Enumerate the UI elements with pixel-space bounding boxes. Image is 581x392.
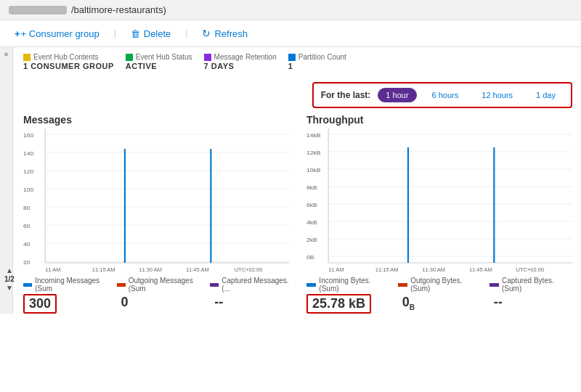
- svg-text:UTC+02:00: UTC+02:00: [235, 266, 263, 273]
- svg-text:120: 120: [23, 168, 34, 175]
- refresh-button[interactable]: ↻ Refresh: [199, 26, 251, 41]
- time-filter-box: For the last: 1 hour 6 hours 12 hours 1 …: [312, 82, 572, 108]
- time-btn-12hours[interactable]: 12 hours: [474, 88, 521, 102]
- messages-chart-title: Messages: [23, 114, 289, 126]
- svg-text:100: 100: [23, 186, 34, 193]
- incoming-bytes-value: 25.78 kB: [312, 296, 365, 311]
- time-filter-label: For the last:: [321, 90, 371, 100]
- stat-label-retention: Message Retention: [214, 53, 277, 61]
- incoming-bytes-value-box: 25.78 kB: [306, 294, 371, 314]
- refresh-label: Refresh: [214, 28, 248, 39]
- svg-text:11:45 AM: 11:45 AM: [469, 266, 492, 273]
- incoming-bytes-color: [306, 283, 316, 287]
- consumer-group-label: + Consumer group: [21, 28, 99, 39]
- stat-value-status: ACTIVE: [126, 62, 192, 70]
- svg-text:4kB: 4kB: [306, 219, 317, 226]
- time-btn-1day[interactable]: 1 day: [528, 88, 564, 102]
- throughput-legend-incoming: Incoming Bytes. (Sum) 25.78 kB: [306, 277, 389, 314]
- outgoing-bytes-color: [398, 283, 407, 287]
- charts-row: Messages 160 140 120 100 80 60 40 20: [23, 114, 572, 314]
- incoming-messages-value: 300: [29, 296, 51, 311]
- toolbar: + + Consumer group | 🗑 Delete | ↻ Refres…: [0, 20, 581, 47]
- captured-bytes-value: --: [494, 295, 503, 309]
- stat-label-status: Event Hub Status: [136, 53, 192, 61]
- stat-value-contents: 1 CONSUMER GROUP: [23, 62, 114, 70]
- messages-chart-svg: 160 140 120 100 80 60 40 20: [23, 128, 289, 274]
- consumer-group-button[interactable]: + + Consumer group: [12, 27, 102, 41]
- svg-text:11:45 AM: 11:45 AM: [186, 266, 209, 273]
- throughput-legend-captured: Captured Bytes. (Sum) --: [489, 277, 572, 311]
- svg-text:20: 20: [23, 258, 31, 266]
- svg-text:11:30 AM: 11:30 AM: [422, 266, 445, 273]
- event-hub-contents-icon: [23, 54, 31, 61]
- throughput-legend-outgoing: Outgoing Bytes. (Sum) 0B: [398, 277, 481, 312]
- page-title: /baltimore-restaurants): [71, 4, 166, 15]
- messages-legend-incoming: Incoming Messages (Sum 300: [23, 277, 108, 314]
- event-hub-status-icon: [126, 54, 133, 61]
- messages-chart-container: Messages 160 140 120 100 80 60 40 20: [23, 114, 289, 314]
- outgoing-bytes-value: 0B: [402, 295, 415, 309]
- page-nav-down-arrow[interactable]: ▼: [6, 284, 13, 292]
- messages-chart-area: 160 140 120 100 80 60 40 20: [23, 128, 289, 274]
- svg-text:40: 40: [23, 240, 31, 248]
- blurred-prefix: [9, 6, 67, 15]
- svg-text:11 AM: 11 AM: [45, 266, 60, 273]
- svg-text:14kB: 14kB: [306, 131, 321, 139]
- captured-bytes-color: [489, 283, 499, 287]
- outgoing-bytes-value-container: 0B: [398, 294, 419, 312]
- plus-icon: +: [15, 28, 20, 39]
- outgoing-messages-value: 0: [121, 295, 129, 309]
- captured-messages-value: --: [214, 295, 223, 309]
- svg-text:UTC+02:00: UTC+02:00: [516, 266, 544, 273]
- outgoing-messages-color: [117, 283, 126, 287]
- svg-text:11:15 AM: 11:15 AM: [92, 266, 115, 273]
- stat-value-partition: 1: [288, 62, 346, 70]
- stat-label-partition: Partition Count: [298, 53, 346, 61]
- throughput-chart-container: Throughput 14kB 12kB 10kB 8kB 6kB 4kB 2k…: [306, 114, 572, 314]
- delete-button[interactable]: 🗑 Delete: [128, 27, 174, 41]
- svg-text:12kB: 12kB: [306, 149, 321, 156]
- svg-text:10kB: 10kB: [306, 166, 321, 173]
- svg-text:2kB: 2kB: [306, 236, 317, 243]
- refresh-icon: ↻: [202, 28, 211, 39]
- stat-event-hub-status: Event Hub Status ACTIVE: [126, 53, 192, 70]
- time-btn-6hours[interactable]: 6 hours: [424, 88, 467, 102]
- page-nav: ▲ 1/2 ▼: [4, 266, 15, 292]
- stats-and-filter-row: Event Hub Contents 1 CONSUMER GROUP Even…: [23, 53, 572, 108]
- message-retention-icon: [204, 54, 211, 61]
- svg-text:60: 60: [23, 222, 31, 229]
- sep2: |: [185, 28, 187, 38]
- stat-label-contents: Event Hub Contents: [33, 53, 99, 61]
- captured-bytes-value-container: --: [489, 294, 507, 311]
- sidebar-chevron[interactable]: «: [4, 50, 9, 58]
- captured-messages-value-container: --: [210, 294, 227, 311]
- messages-legend-outgoing: Outgoing Messages (Sum 0: [117, 277, 202, 311]
- messages-legend: Incoming Messages (Sum 300 Outgoing Mess…: [23, 277, 289, 314]
- svg-text:80: 80: [23, 204, 31, 211]
- incoming-messages-value-box: 300: [23, 294, 57, 314]
- partition-count-icon: [288, 54, 296, 61]
- incoming-messages-color: [23, 283, 32, 287]
- page-nav-indicator: 1/2: [4, 275, 15, 283]
- page-nav-up-arrow[interactable]: ▲: [6, 266, 13, 274]
- sep1: |: [114, 28, 116, 38]
- svg-text:140: 140: [23, 150, 34, 157]
- stat-partition-count: Partition Count 1: [288, 53, 346, 70]
- svg-text:11:15 AM: 11:15 AM: [375, 266, 399, 273]
- stat-value-retention: 7 DAYS: [204, 62, 277, 70]
- svg-text:8kB: 8kB: [306, 184, 317, 191]
- time-btn-1hour[interactable]: 1 hour: [378, 88, 416, 102]
- outgoing-messages-value-container: 0: [117, 294, 133, 311]
- stat-message-retention: Message Retention 7 DAYS: [204, 53, 277, 70]
- delete-icon: 🗑: [131, 28, 140, 39]
- svg-text:160: 160: [23, 131, 34, 139]
- messages-legend-captured: Captured Messages. (... --: [210, 277, 289, 311]
- title-bar: /baltimore-restaurants): [0, 0, 581, 20]
- throughput-chart-svg: 14kB 12kB 10kB 8kB 6kB 4kB 2kB 0B: [306, 128, 572, 274]
- stat-event-hub-contents: Event Hub Contents 1 CONSUMER GROUP: [23, 53, 114, 70]
- throughput-chart-title: Throughput: [306, 114, 572, 126]
- svg-text:11 AM: 11 AM: [328, 266, 344, 273]
- svg-text:0B: 0B: [306, 253, 314, 261]
- throughput-legend: Incoming Bytes. (Sum) 25.78 kB Outgoing …: [306, 277, 572, 314]
- throughput-chart-area: 14kB 12kB 10kB 8kB 6kB 4kB 2kB 0B: [306, 128, 572, 274]
